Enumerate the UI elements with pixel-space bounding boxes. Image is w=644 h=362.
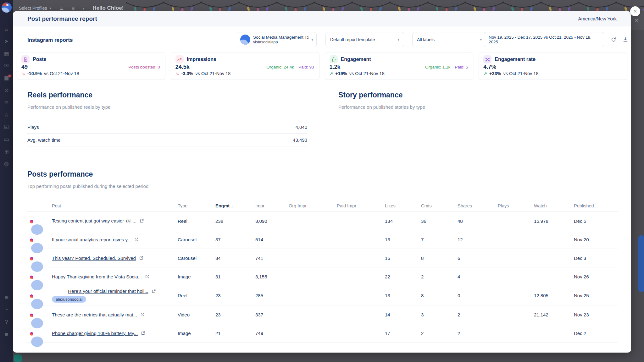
cell-watch: 21,142: [534, 312, 574, 317]
post-link[interactable]: Testing content just got way easier 👀 ..…: [52, 218, 136, 224]
cell-shares: 6: [458, 255, 498, 261]
sidebar-calendar-icon[interactable]: ▦: [4, 51, 9, 56]
reels-performance-table: Plays 4,040 Avg. watch time 43,493: [27, 121, 307, 146]
sidebar-reviews-icon[interactable]: ☆: [4, 112, 9, 118]
sidebar-reports-icon[interactable]: ≣: [4, 100, 8, 105]
sidebar-media-icon[interactable]: ▣: [4, 75, 9, 81]
menu-icon[interactable]: ≡: [72, 6, 75, 11]
cell-cmts: 7: [421, 237, 458, 242]
column-header-org-impr[interactable]: Org Impr: [289, 203, 337, 208]
cell-impr: 749: [255, 331, 289, 336]
sidebar-apps-icon[interactable]: ⊞: [4, 149, 8, 154]
post-link[interactable]: If your social analytics report gives y.…: [52, 237, 131, 242]
cell-impr: 741: [255, 255, 289, 261]
card-stat: Organic: 1.1k: [425, 65, 450, 69]
refresh-button[interactable]: [610, 36, 617, 43]
sidebar-integrations-icon[interactable]: ⊘: [4, 88, 8, 93]
cell-likes: 134: [385, 218, 421, 224]
sidebar-inbox-icon[interactable]: ✉: [4, 63, 8, 69]
external-link-icon[interactable]: [139, 256, 143, 260]
external-link-icon[interactable]: [134, 237, 139, 242]
cell-published: Nov 20: [574, 237, 618, 242]
labels-select[interactable]: All labels ▾: [412, 32, 486, 47]
column-header-watch[interactable]: Watch: [534, 203, 574, 208]
external-link-icon[interactable]: [140, 312, 145, 317]
chevron-down-icon: ▾: [397, 38, 399, 42]
post-link[interactable]: Here’s your official reminder that holi.…: [68, 288, 148, 294]
external-link-icon[interactable]: [152, 289, 156, 293]
trend-up-icon: ↗: [483, 71, 487, 76]
instagram-badge-icon: [29, 294, 34, 299]
sidebar-help-icon[interactable]: ?: [5, 319, 8, 325]
refresh-icon: [611, 37, 616, 42]
sidebar-add-icon[interactable]: ⊕: [4, 295, 8, 300]
table-row: Avg. watch time 43,493: [27, 134, 307, 146]
sidebar-advocacy-icon[interactable]: ◍: [4, 161, 9, 167]
column-header-published[interactable]: Published: [574, 203, 618, 208]
post-link[interactable]: Phone charger giving 100% battery. My...: [52, 331, 138, 336]
cell-engmt: 31: [215, 274, 255, 279]
card-title: Engagement: [341, 57, 371, 62]
external-link-icon[interactable]: [145, 274, 149, 279]
column-header-engmt[interactable]: Engmt ↓: [215, 203, 255, 208]
download-icon: [623, 37, 628, 42]
profile-name: Social Media Management Toc: [253, 35, 308, 40]
cell-impr: 337: [255, 312, 289, 317]
post-link[interactable]: This year? Posted. Scheduled. Survived: [52, 255, 136, 261]
sidebar-billing-icon[interactable]: ▭: [4, 137, 9, 142]
column-header-post[interactable]: Post: [52, 203, 178, 208]
scrollbar-thumb[interactable]: [638, 235, 644, 292]
chat-widget[interactable]: [14, 354, 22, 362]
cell-shares: 2: [458, 331, 498, 336]
sidebar-home-icon[interactable]: ⌂: [5, 26, 8, 32]
column-header-cmts[interactable]: Cmts: [421, 203, 458, 208]
cell-cmts: 36: [421, 218, 458, 224]
sidebar-create-post-icon[interactable]: ➤: [4, 39, 8, 44]
column-header-shares[interactable]: Shares: [458, 203, 498, 208]
labels-value: All labels: [417, 37, 435, 42]
metric-label: Avg. watch time: [27, 137, 61, 143]
table-row: If your social analytics report gives y.…: [27, 230, 618, 249]
download-button[interactable]: [622, 36, 629, 43]
post-link[interactable]: Happy Thanksgiving from the Vista Socia.…: [52, 274, 142, 279]
trend-compare-label: vs Oct 21-Nov 18: [503, 71, 538, 76]
filter-icon[interactable]: ⚌: [59, 5, 64, 11]
column-header-paid-impr[interactable]: Paid Impr: [337, 203, 385, 208]
vista-social-logo[interactable]: [2, 3, 12, 13]
sidebar: ⌂➤▦✉▣⊘≣☆☑▭⊞◍ ⊕◔?☻: [0, 0, 13, 362]
cell-likes: 14: [385, 312, 421, 317]
cell-likes: 22: [385, 274, 421, 279]
report-template-select[interactable]: Default report template ▾: [325, 32, 404, 47]
cell-type: Image: [178, 331, 215, 336]
column-header-impr[interactable]: Impr: [255, 203, 289, 208]
cell-engmt: 34: [215, 255, 255, 261]
instagram-badge-icon: [29, 256, 34, 261]
modal-title: Post performance report: [27, 15, 97, 22]
modal-header: Post performance report America/New York: [13, 11, 631, 26]
column-header-type[interactable]: Type: [178, 203, 215, 208]
cell-impr: 514: [255, 237, 289, 242]
instagram-badge-icon: [29, 219, 34, 224]
column-header-plays[interactable]: Plays: [498, 203, 534, 208]
sidebar-account-avatar-icon[interactable]: ☻: [4, 332, 9, 337]
select-profiles-dropdown[interactable]: Select Profiles▾: [19, 6, 51, 11]
instagram-badge-icon: [29, 332, 34, 336]
external-link-icon[interactable]: [140, 219, 144, 223]
trend-percent: -3.3%: [181, 71, 193, 76]
post-label-tag[interactable]: alexusonsocial: [52, 296, 86, 303]
post-link[interactable]: These are the metrics that actually mat.…: [52, 312, 137, 317]
cell-published: Nov 23: [574, 312, 618, 317]
column-header-likes[interactable]: Likes: [385, 203, 421, 208]
external-link-icon[interactable]: [141, 331, 145, 335]
collapse-icon[interactable]: ‹: [83, 6, 84, 11]
close-button[interactable]: ✕: [630, 6, 640, 16]
engagement-icon: [330, 55, 338, 63]
table-header-row: PostTypeEngmt ↓ImprOrg ImprPaid ImprLike…: [27, 200, 618, 212]
metric-card-engagement: Engagement1.2kOrganic: 1.1kPaid: 5↗+19%v…: [325, 52, 474, 80]
card-stat: Paid: 5: [455, 65, 468, 69]
date-range-picker[interactable]: Nov 19, 2025 - Dec 17, 2025 vs Oct 21, 2…: [484, 32, 604, 47]
profile-select[interactable]: Social Media Management Toc vistasociala…: [237, 32, 317, 47]
reels-performance-heading: Reels performance: [27, 91, 92, 99]
sidebar-tasks-icon[interactable]: ☑: [4, 124, 9, 130]
sidebar-notifications-icon[interactable]: ◔: [5, 307, 8, 312]
